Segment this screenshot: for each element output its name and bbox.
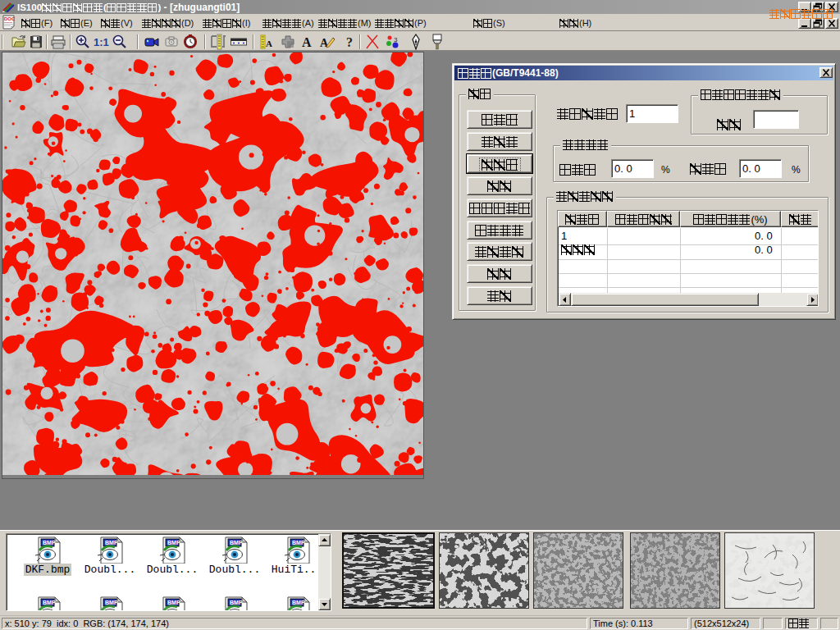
- svg-text:3: 3: [394, 36, 398, 43]
- svg-text:BMP: BMP: [292, 540, 305, 546]
- svg-text:A: A: [302, 35, 312, 49]
- svg-text:BMP: BMP: [167, 540, 180, 546]
- svg-text:BMP: BMP: [292, 600, 305, 605]
- svg-text:1:1: 1:1: [94, 36, 109, 48]
- svg-text:BMP: BMP: [105, 600, 118, 605]
- svg-text:BMP: BMP: [105, 540, 118, 546]
- svg-text:BMP: BMP: [230, 600, 243, 605]
- svg-text:A: A: [266, 39, 272, 48]
- svg-text:BMP: BMP: [230, 540, 243, 546]
- svg-text:DOC: DOC: [4, 16, 16, 21]
- svg-text:BMP: BMP: [43, 540, 56, 546]
- svg-text:BMP: BMP: [43, 600, 56, 605]
- svg-text:BMP: BMP: [167, 600, 180, 605]
- svg-text:?: ?: [346, 35, 353, 49]
